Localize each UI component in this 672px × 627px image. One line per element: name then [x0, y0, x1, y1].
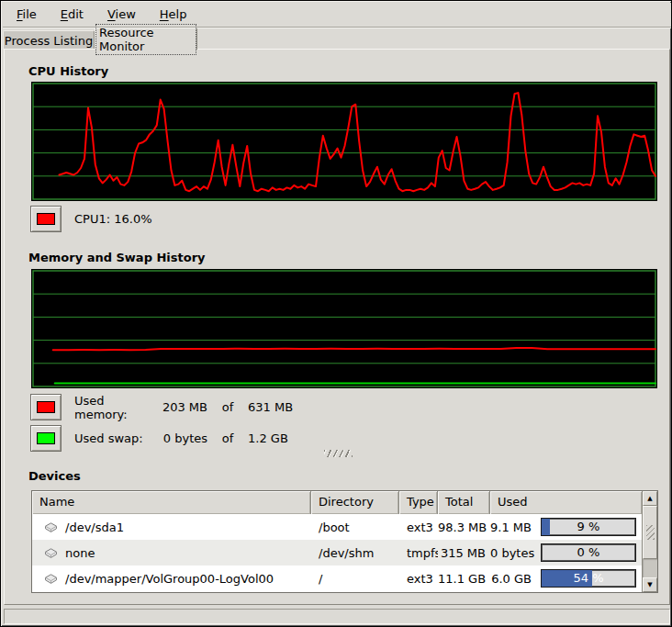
used-swap-label: Used swap:	[74, 431, 151, 445]
device-name: /dev/sda1	[65, 521, 124, 534]
used-swap-legend-row: Used swap: 0 bytes of 1.2 GB	[30, 425, 288, 452]
scrollbar-trough[interactable]	[643, 559, 657, 577]
cpu-history-chart	[31, 82, 657, 201]
disk-icon	[43, 521, 59, 534]
memory-history-title: Memory and Swap History	[28, 251, 206, 264]
device-usage-percent: 0 %	[542, 544, 635, 561]
disk-icon	[43, 572, 59, 586]
column-header-type[interactable]: Type	[399, 491, 438, 514]
used-swap-total: 1.2 GB	[248, 431, 288, 445]
device-name: /dev/mapper/VolGroup00-LogVol00	[65, 572, 274, 586]
used-swap-color-button[interactable]	[30, 425, 62, 452]
used-swap-value: 0 bytes	[151, 431, 207, 445]
pane-resize-grip[interactable]	[324, 450, 353, 457]
cpu1-color-swatch	[37, 213, 55, 225]
device-usage-bar: 54 %	[541, 569, 636, 588]
device-used: 0 bytes	[490, 546, 532, 560]
tab-resource-monitor[interactable]: Resource Monitor	[95, 28, 197, 50]
device-total: 98.3 MB	[438, 521, 490, 534]
devices-vertical-scrollbar[interactable]: ▲ ▼	[642, 491, 657, 592]
device-type: ext3	[399, 572, 438, 586]
device-row[interactable]: /dev/sda1/bootext398.3 MB9.1 MB9 %	[32, 514, 642, 540]
scroll-up-icon[interactable]: ▲	[643, 491, 657, 506]
device-total: 11.1 GB	[438, 572, 490, 586]
tab-process-listing-label: Process Listing	[5, 34, 93, 48]
tab-process-listing[interactable]: Process Listing	[3, 30, 95, 50]
devices-title: Devices	[28, 469, 81, 483]
device-type: tmpfs	[399, 546, 438, 560]
used-memory-total: 631 MB	[248, 400, 293, 414]
cpu1-legend-label: CPU1: 16.0%	[74, 212, 152, 226]
scrollbar-thumb[interactable]	[643, 506, 657, 559]
device-used: 6.0 GB	[490, 572, 532, 586]
menu-item-edit[interactable]: Edit	[49, 4, 95, 26]
tab-resource-monitor-label: Resource Monitor	[95, 24, 196, 55]
device-directory: /boot	[311, 521, 399, 534]
device-type: ext3	[399, 521, 438, 534]
devices-table-header: Name Directory Type Total Used	[32, 491, 642, 514]
scroll-down-icon[interactable]: ▼	[643, 577, 657, 592]
column-header-directory[interactable]: Directory	[311, 491, 399, 514]
device-row[interactable]: none/dev/shmtmpfs315 MB0 bytes0 %	[32, 540, 642, 565]
used-swap-color-swatch	[37, 432, 55, 444]
menu-item-help[interactable]: Help	[148, 4, 199, 26]
used-memory-of: of	[207, 400, 248, 414]
column-header-used[interactable]: Used	[490, 491, 642, 514]
device-directory: /	[311, 572, 399, 586]
cpu1-color-button[interactable]	[30, 206, 62, 232]
device-total: 315 MB	[438, 546, 490, 560]
used-memory-legend-row: Used memory: 203 MB of 631 MB	[30, 394, 293, 420]
column-header-total[interactable]: Total	[438, 491, 490, 514]
device-name: none	[65, 546, 95, 560]
menu-item-view[interactable]: View	[95, 4, 148, 26]
statusbar	[4, 609, 670, 624]
used-swap-of: of	[207, 431, 248, 445]
disk-icon	[43, 546, 59, 560]
device-used: 9.1 MB	[490, 521, 532, 534]
system-monitor-window: FileEditViewHelp Process Listing Resourc…	[0, 0, 672, 627]
devices-table-main: Name Directory Type Total Used /dev/sda1…	[32, 491, 642, 592]
menu-item-file[interactable]: File	[5, 4, 49, 26]
used-memory-color-button[interactable]	[30, 394, 62, 420]
devices-table-body: /dev/sda1/bootext398.3 MB9.1 MB9 %none/d…	[32, 514, 642, 591]
used-memory-color-swatch	[37, 401, 55, 413]
used-memory-label: Used memory:	[74, 394, 151, 421]
device-usage-bar: 0 %	[541, 543, 636, 562]
scrollbar-grip-icon	[646, 525, 655, 540]
column-header-name[interactable]: Name	[32, 491, 311, 514]
used-memory-value: 203 MB	[151, 400, 207, 414]
device-row[interactable]: /dev/mapper/VolGroup00-LogVol00/ext311.1…	[32, 565, 642, 591]
device-directory: /dev/shm	[311, 546, 399, 560]
memory-swap-history-chart	[31, 269, 657, 388]
cpu-history-title: CPU History	[28, 64, 108, 78]
devices-table: Name Directory Type Total Used /dev/sda1…	[31, 490, 658, 593]
device-usage-bar: 9 %	[541, 518, 636, 536]
device-usage-percent: 54 %	[542, 570, 635, 587]
cpu-legend-row: CPU1: 16.0%	[30, 206, 152, 232]
device-usage-percent: 9 %	[542, 519, 635, 535]
